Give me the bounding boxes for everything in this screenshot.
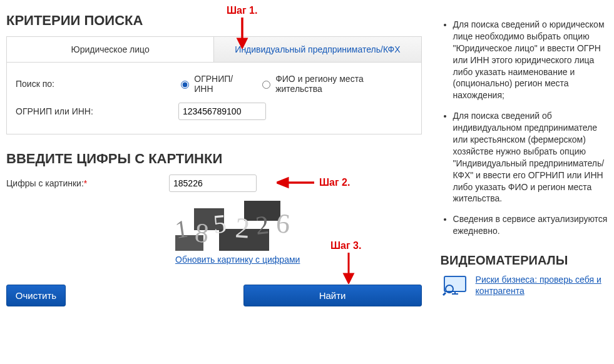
radio-fio-region-input[interactable] xyxy=(262,81,270,89)
criteria-panel: Поиск по: ОГРНИП/ИНН ФИО и региону места… xyxy=(6,62,422,134)
svg-text:6: 6 xyxy=(275,208,291,240)
tab-individual-entrepreneur[interactable]: Индивидуальный предприниматель/КФХ xyxy=(214,37,421,62)
captcha-image: 1 8 5 2 2 6 xyxy=(175,201,307,251)
video-materials-title: ВИДЕОМАТЕРИАЛЫ xyxy=(441,253,608,268)
radio-fio-region-label: ФИО и региону места жительства xyxy=(275,74,412,94)
clear-button[interactable]: Очистить xyxy=(6,285,66,306)
radio-ogrnip-inn-label: ОГРНИП/ИНН xyxy=(194,74,252,94)
annotation-step2-label: Шаг 2. xyxy=(319,177,350,188)
annotation-step3-arrow xyxy=(342,253,356,284)
help-item: Для поиска сведений о юридическом лице н… xyxy=(453,19,608,101)
captcha-label-text: Цифры с картинки: xyxy=(6,178,84,188)
find-button[interactable]: Найти xyxy=(243,285,422,306)
svg-rect-15 xyxy=(444,276,466,291)
ogrnip-input[interactable] xyxy=(178,103,266,120)
entity-type-tabs: Юридическое лицо Индивидуальный предприн… xyxy=(6,36,422,62)
help-item: Для поиска сведений об индивидуальном пр… xyxy=(453,110,608,205)
video-link-risks[interactable]: Риски бизнеса: проверь себя и контрагент… xyxy=(476,274,608,296)
radio-ogrnip-inn-input[interactable] xyxy=(181,81,189,89)
captcha-block: 1 8 5 2 2 6 Обновить картинку с цифрами xyxy=(175,201,307,265)
search-form-area: Шаг 1. КРИТЕРИИ ПОИСКА Юридическое лицо … xyxy=(6,6,434,306)
buttons-row: Очистить Найти xyxy=(6,285,422,306)
radio-fio-region[interactable]: ФИО и региону места жительства xyxy=(259,74,412,94)
svg-text:5: 5 xyxy=(212,209,228,239)
monitor-search-icon xyxy=(441,274,469,300)
ogrnip-label: ОГРНИП или ИНН: xyxy=(16,106,178,116)
help-sidebar: Для поиска сведений о юридическом лице н… xyxy=(434,6,608,306)
svg-line-19 xyxy=(443,293,446,295)
radio-ogrnip-inn[interactable]: ОГРНИП/ИНН xyxy=(178,74,252,94)
annotation-step2-arrow xyxy=(277,176,314,190)
tab-legal-entity[interactable]: Юридическое лицо xyxy=(7,37,214,62)
annotation-step3-label: Шаг 3. xyxy=(330,240,361,251)
search-by-label: Поиск по: xyxy=(16,79,178,89)
captcha-label: Цифры с картинки:* xyxy=(6,178,169,188)
help-item: Сведения в сервисе актуализируются ежедн… xyxy=(453,213,608,237)
video-item: Риски бизнеса: проверь себя и контрагент… xyxy=(441,274,608,300)
search-by-radio-group: ОГРНИП/ИНН ФИО и региону места жительств… xyxy=(178,74,412,94)
svg-text:2: 2 xyxy=(234,211,251,244)
captcha-title: ВВЕДИТЕ ЦИФРЫ С КАРТИНКИ xyxy=(6,151,422,167)
captcha-input[interactable] xyxy=(169,174,257,192)
help-list: Для поиска сведений о юридическом лице н… xyxy=(453,19,608,237)
captcha-refresh-link[interactable]: Обновить картинку с цифрами xyxy=(175,255,307,265)
criteria-title: КРИТЕРИИ ПОИСКА xyxy=(6,13,422,29)
required-asterisk: * xyxy=(84,178,87,188)
